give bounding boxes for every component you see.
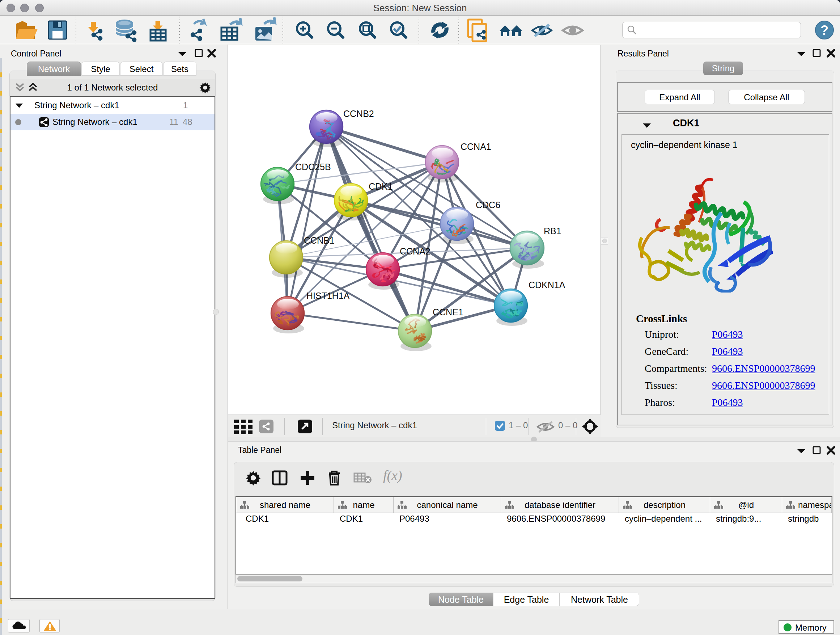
svg-text:CCNE1: CCNE1 — [433, 307, 463, 317]
svg-text:CCNA2: CCNA2 — [400, 246, 431, 256]
svg-text:CCNB1: CCNB1 — [304, 235, 335, 245]
svg-text:RB1: RB1 — [544, 226, 561, 236]
svg-text:CDC6: CDC6 — [476, 200, 500, 210]
svg-text:CCNA1: CCNA1 — [461, 141, 491, 152]
svg-text:CDKN1A: CDKN1A — [529, 280, 565, 290]
svg-text:CDK1: CDK1 — [369, 181, 393, 192]
svg-text:HIST1H1A: HIST1H1A — [306, 291, 350, 301]
svg-text:CCNB2: CCNB2 — [343, 109, 374, 119]
svg-text:CDC25B: CDC25B — [295, 162, 331, 172]
